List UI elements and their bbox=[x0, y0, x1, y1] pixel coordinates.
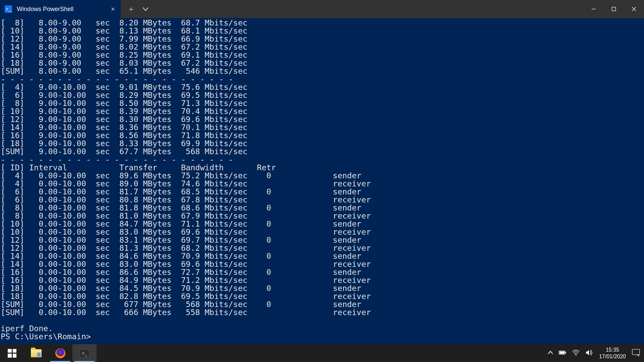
svg-marker-8 bbox=[586, 350, 589, 355]
svg-rect-9 bbox=[632, 349, 640, 355]
taskbar-clock[interactable]: 15:35 17/01/2020 bbox=[599, 347, 626, 360]
tray-overflow-button[interactable] bbox=[548, 350, 553, 356]
wifi-icon[interactable] bbox=[572, 350, 580, 357]
taskbar-terminal[interactable]: >_ bbox=[72, 344, 97, 362]
terminal-output[interactable]: [ 8] 8.00-9.00 sec 8.20 MBytes 68.7 Mbit… bbox=[0, 18, 644, 344]
svg-rect-1 bbox=[612, 7, 616, 11]
start-button[interactable] bbox=[0, 344, 24, 362]
svg-point-7 bbox=[575, 355, 576, 356]
window-titlebar: >_ Windows PowerShell ✕ ＋ bbox=[0, 0, 644, 18]
taskbar-firefox[interactable] bbox=[48, 344, 72, 362]
windows-logo-icon bbox=[8, 349, 16, 358]
new-tab-button[interactable]: ＋ bbox=[127, 4, 135, 14]
tab-title: Windows PowerShell bbox=[17, 6, 105, 13]
clock-time: 15:35 bbox=[606, 347, 619, 353]
svg-rect-5 bbox=[565, 352, 566, 353]
window-minimize-button[interactable] bbox=[584, 0, 604, 18]
tab-close-button[interactable]: ✕ bbox=[109, 6, 116, 12]
window-maximize-button[interactable] bbox=[604, 0, 624, 18]
powershell-icon: >_ bbox=[5, 5, 12, 13]
volume-icon[interactable] bbox=[586, 350, 593, 357]
taskbar-file-explorer[interactable] bbox=[24, 344, 48, 362]
terminal-tab[interactable]: >_ Windows PowerShell ✕ bbox=[0, 0, 121, 18]
firefox-icon bbox=[55, 348, 65, 358]
terminal-icon: >_ bbox=[79, 349, 90, 357]
tab-dropdown-button[interactable] bbox=[143, 6, 148, 12]
file-explorer-icon bbox=[31, 349, 42, 357]
svg-rect-6 bbox=[559, 352, 565, 354]
windows-taskbar: >_ 15:35 17/01/2020 bbox=[0, 344, 644, 362]
clock-date: 17/01/2020 bbox=[599, 353, 626, 360]
action-center-button[interactable] bbox=[632, 349, 640, 357]
battery-icon[interactable] bbox=[559, 350, 566, 356]
window-close-button[interactable] bbox=[624, 0, 644, 18]
